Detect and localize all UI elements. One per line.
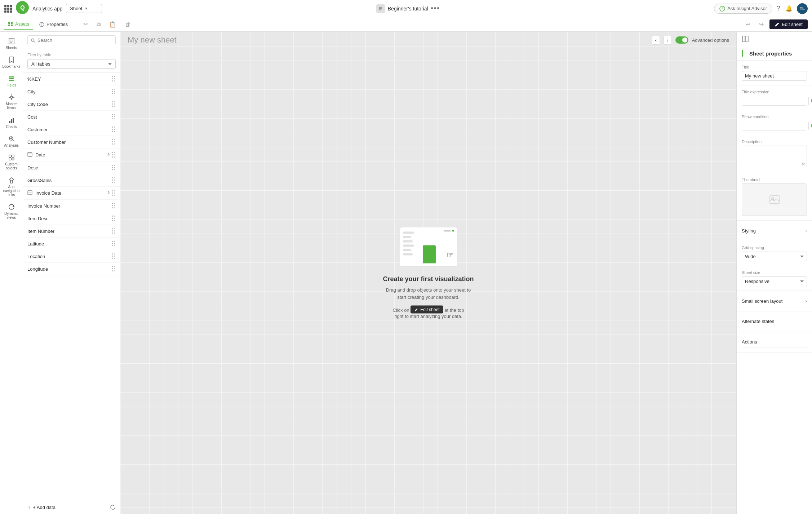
title-input[interactable] [742, 71, 807, 81]
drag-handle-icon[interactable] [112, 114, 116, 120]
field-item[interactable]: Item Desc [23, 212, 120, 225]
topbar-center: Beginner's tutorial ••• [106, 4, 710, 13]
drag-handle-icon[interactable] [112, 266, 116, 272]
props-show-condition-section: Show condition fx [737, 110, 812, 135]
show-condition-input[interactable] [742, 121, 808, 130]
drag-handle-icon[interactable] [112, 177, 116, 183]
drag-handle-icon[interactable] [112, 228, 116, 234]
drag-handle-icon[interactable] [112, 139, 116, 145]
field-name: Item Number [27, 229, 54, 234]
sidebar-item-master-items[interactable]: Master items [1, 91, 22, 113]
field-item[interactable]: City Code [23, 98, 120, 111]
show-condition-fx-button[interactable]: fx [808, 122, 812, 130]
drag-handle-icon[interactable] [112, 76, 116, 82]
drag-handle-icon[interactable] [112, 89, 116, 94]
filter-section: Filter by table All tables [23, 49, 120, 73]
redo-button[interactable]: ↪ [756, 19, 767, 30]
search-input[interactable] [37, 37, 112, 43]
assets-tab[interactable]: Assets [4, 19, 33, 30]
drag-handle-icon[interactable] [112, 190, 116, 196]
cut-button[interactable]: ✂ [80, 19, 91, 30]
sidebar-label-analyses: Analyses [4, 143, 19, 147]
insight-advisor-button[interactable]: Ask Insight Advisor [714, 4, 772, 14]
field-item[interactable]: Date [23, 149, 120, 161]
drag-handle-icon[interactable] [112, 152, 116, 158]
description-textarea[interactable] [742, 146, 807, 167]
sidebar-item-sheets[interactable]: Sheets [1, 35, 22, 53]
thumbnail-area[interactable] [742, 183, 807, 216]
fields-panel: Filter by table All tables %KEYCityCity … [23, 32, 120, 514]
drag-handle-icon[interactable] [112, 203, 116, 209]
field-item[interactable]: City [23, 85, 120, 98]
sidebar-item-app-navigation[interactable]: App navigation links [1, 174, 22, 200]
field-item[interactable]: Customer Number [23, 136, 120, 149]
field-item[interactable]: Longitude [23, 263, 120, 275]
drag-handle-icon[interactable] [112, 101, 116, 107]
sheet-selector[interactable]: Sheet ▼ [66, 4, 102, 13]
description-fx-button[interactable]: fx [802, 162, 805, 166]
qlik-logo[interactable]: Q [16, 1, 29, 16]
field-item[interactable]: Customer [23, 123, 120, 136]
refresh-icon[interactable] [110, 504, 116, 510]
field-item[interactable]: Desc [23, 161, 120, 174]
svg-rect-28 [9, 155, 11, 157]
title-expr-fx-button[interactable]: fx [808, 97, 812, 105]
drag-handle-icon[interactable] [112, 165, 116, 170]
field-item[interactable]: %KEY [23, 73, 120, 85]
field-name: City [27, 89, 35, 94]
drag-handle-icon[interactable] [112, 241, 116, 247]
paste-button[interactable]: 📋 [106, 19, 119, 30]
drag-handle-icon[interactable] [112, 127, 116, 132]
field-item[interactable]: Invoice Number [23, 200, 120, 212]
expand-icon[interactable] [107, 152, 110, 158]
help-icon[interactable]: ? [777, 5, 780, 12]
drag-handle-icon[interactable] [112, 253, 116, 259]
styling-link[interactable]: Styling › [742, 225, 807, 236]
undo-button[interactable]: ↩ [743, 19, 753, 30]
search-box[interactable] [27, 35, 116, 45]
add-data-button[interactable]: + + Add data [27, 504, 56, 510]
alternate-states-item[interactable]: Alternate states [742, 316, 807, 327]
filter-select[interactable]: All tables [27, 59, 116, 69]
properties-tab[interactable]: Properties [36, 19, 71, 29]
sidebar-item-fields[interactable]: Fields [1, 72, 22, 90]
field-item[interactable]: Cost [23, 111, 120, 123]
svg-rect-23 [11, 119, 12, 123]
field-item[interactable]: Invoice Date [23, 187, 120, 200]
toolbar: Assets Properties ✂ ⧉ 📋 🗑 ↩ ↪ Edit sheet [0, 17, 812, 32]
title-expr-input[interactable] [742, 96, 808, 105]
edit-sheet-button[interactable]: Edit sheet [769, 19, 808, 29]
sidebar-item-custom-objects[interactable]: Custom objects [1, 151, 22, 173]
actions-item[interactable]: Actions [742, 336, 807, 348]
sidebar-item-charts[interactable]: Charts [1, 114, 22, 132]
sidebar-label-master-items: Master items [4, 102, 19, 110]
avatar[interactable]: TL [797, 3, 808, 14]
styling-chevron: › [805, 228, 807, 234]
viz-illustration: ☞ [399, 227, 457, 267]
sheet-size-select[interactable]: Responsive Custom [742, 276, 807, 286]
field-name: Location [27, 254, 45, 259]
description-label: Description [742, 139, 807, 144]
field-item[interactable]: GrossSales [23, 174, 120, 187]
delete-button[interactable]: 🗑 [122, 19, 134, 30]
notifications-icon[interactable]: 🔔 [785, 5, 793, 12]
grid-spacing-label: Grid spacing [742, 245, 807, 250]
sidebar-item-bookmarks[interactable]: Bookmarks [1, 53, 22, 71]
field-item[interactable]: Location [23, 250, 120, 263]
field-item[interactable]: Latitude [23, 238, 120, 250]
field-name: Item Desc [27, 216, 49, 221]
sidebar-item-analyses[interactable]: Analyses [1, 132, 22, 150]
field-name: Desc [27, 165, 38, 170]
drag-handle-icon[interactable] [112, 216, 116, 221]
svg-rect-44 [742, 36, 745, 42]
copy-button[interactable]: ⧉ [94, 19, 103, 30]
grid-spacing-select[interactable]: Wide Medium Narrow [742, 252, 807, 261]
small-screen-link[interactable]: Small screen layout › [742, 295, 807, 307]
expand-icon[interactable] [107, 190, 110, 196]
more-options-icon[interactable]: ••• [431, 5, 440, 12]
edit-sheet-label: Edit sheet [782, 22, 803, 27]
waffle-icon[interactable] [4, 5, 12, 13]
sidebar-item-dynamic-views[interactable]: Dynamic views [1, 200, 22, 222]
add-data-bar: + + Add data [23, 500, 120, 514]
field-item[interactable]: Item Number [23, 225, 120, 238]
